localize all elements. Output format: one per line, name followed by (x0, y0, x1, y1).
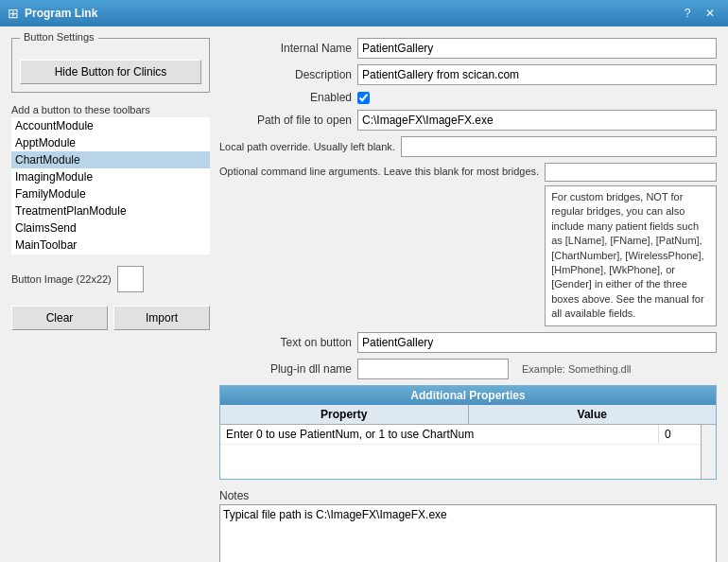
local-path-input[interactable] (401, 136, 717, 157)
notes-textarea[interactable]: Typical file path is C:\ImageFX\ImageFX.… (219, 504, 717, 562)
path-input[interactable] (357, 110, 717, 131)
title-bar-icon: ⊞ (8, 6, 19, 21)
button-settings-group: Button Settings Hide Button for Clinics (11, 38, 210, 93)
plugin-input[interactable] (357, 359, 509, 379)
clear-button[interactable]: Clear (11, 306, 108, 330)
props-scrollbar[interactable] (701, 425, 716, 479)
hide-button-clinics[interactable]: Hide Button for Clinics (20, 60, 201, 84)
help-button[interactable]: ? (677, 4, 698, 23)
text-on-button-label: Text on button (219, 336, 352, 349)
local-path-label: Local path override. Usually left blank. (219, 141, 395, 152)
enabled-label: Enabled (219, 91, 352, 104)
path-label: Path of file to open (219, 114, 352, 127)
additional-props-header: Additional Properties (220, 386, 716, 405)
cmd-args-input[interactable] (545, 163, 717, 182)
description-input[interactable] (357, 64, 717, 85)
title-bar: ⊞ Program Link ? ✕ (0, 0, 728, 26)
title-bar-title: Program Link (25, 7, 677, 20)
close-button[interactable]: ✕ (700, 4, 720, 23)
info-text: For custom bridges, NOT for regular brid… (545, 185, 717, 326)
enabled-checkbox[interactable] (357, 92, 370, 104)
internal-name-input[interactable] (357, 38, 717, 59)
button-image-box (117, 266, 144, 292)
internal-name-label: Internal Name (219, 42, 352, 55)
import-button[interactable]: Import (113, 306, 210, 330)
props-property-header: Property (220, 405, 469, 424)
toolbar-list[interactable]: AccountModule ApptModule ChartModule Ima… (11, 117, 210, 255)
button-settings-title: Button Settings (20, 31, 98, 43)
plugin-label: Plug-in dll name (219, 362, 352, 376)
cmd-args-label: Optional command line arguments. Leave t… (219, 163, 539, 179)
props-value-header: Value (469, 405, 717, 424)
additional-props-container: Additional Properties Property Value Ent… (219, 385, 717, 480)
button-image-label: Button Image (22x22) (11, 273, 112, 285)
description-label: Description (219, 68, 352, 81)
text-on-button-input[interactable] (357, 332, 717, 353)
props-property-cell: Enter 0 to use PatientNum, or 1 to use C… (220, 425, 659, 444)
example-text: Example: Something.dll (522, 363, 632, 375)
notes-label: Notes (219, 489, 717, 502)
toolbar-list-label: Add a button to these toolbars (11, 104, 210, 115)
